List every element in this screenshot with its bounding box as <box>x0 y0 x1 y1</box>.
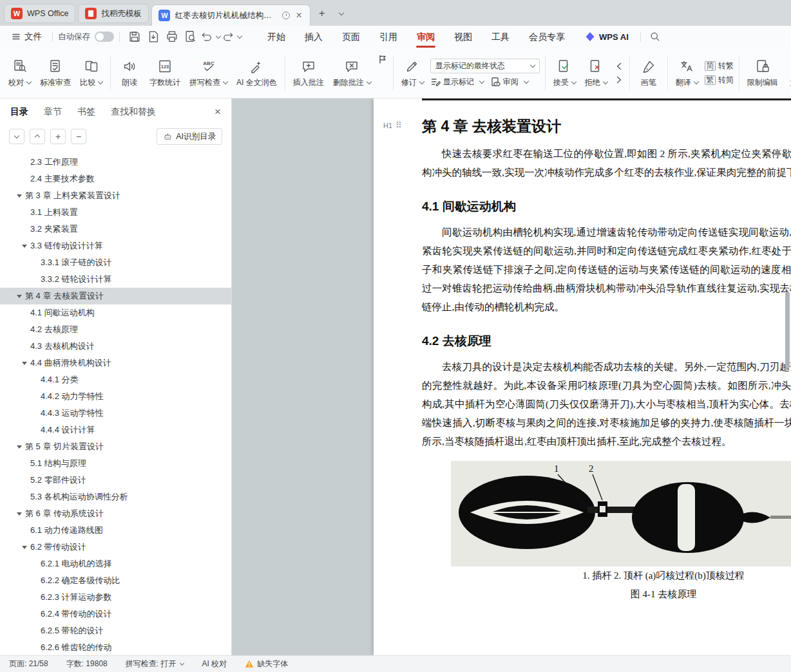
toc-item[interactable]: 6.2.2 确定各级传动比 <box>0 572 231 589</box>
review-pane-button[interactable]: 审阅 <box>490 77 528 88</box>
next-comment-button[interactable] <box>377 54 388 64</box>
collapse-triangle-icon[interactable] <box>22 355 30 371</box>
missing-font-warning[interactable]: 缺失字体 <box>245 658 288 669</box>
to-traditional-button[interactable]: 简转繁 <box>705 61 734 71</box>
collapse-triangle-icon[interactable] <box>17 288 25 304</box>
print-preview-button[interactable] <box>182 28 199 45</box>
sidebar-tab[interactable]: 目录 <box>10 106 28 118</box>
search-button[interactable] <box>647 28 664 45</box>
read-aloud-button[interactable]: 朗读 <box>114 48 145 98</box>
accept-button[interactable]: 接受 <box>549 48 580 98</box>
collapse-triangle-icon[interactable] <box>22 238 30 254</box>
file-menu-button[interactable]: 文件 <box>6 28 47 45</box>
toc-item[interactable]: 4.3 去核机构设计 <box>0 338 231 355</box>
menu-tab[interactable]: 引用 <box>370 26 407 48</box>
menu-tab[interactable]: 开始 <box>258 26 295 48</box>
tab-list-button[interactable] <box>332 6 348 21</box>
wps-ai-button[interactable]: WPS AI <box>578 32 635 42</box>
toc-item[interactable]: 2.3 工作原理 <box>0 154 231 171</box>
zoom-out-toc-button[interactable]: − <box>71 129 86 144</box>
spell-check-button[interactable]: ABC 拼写检查 <box>185 48 232 98</box>
toc-item[interactable]: 4.1 间歇运动机构 <box>0 304 231 321</box>
toc-item[interactable]: 6.2.5 带轮的设计 <box>0 622 231 639</box>
toc-item[interactable]: 3.3.1 滚子链的设计 <box>0 254 231 271</box>
collapse-triangle-icon[interactable] <box>17 505 25 522</box>
toc-item[interactable]: 4.2 去核原理 <box>0 321 231 338</box>
menu-tab[interactable]: 审阅 <box>407 26 444 48</box>
toc-item[interactable]: 第 4 章 去核装置设计 <box>0 288 231 304</box>
reject-button[interactable]: 拒绝 <box>580 48 612 98</box>
ai-identify-toc-button[interactable]: AI识别目录 <box>157 128 222 145</box>
translate-button[interactable]: 翻译 <box>671 48 703 98</box>
document-page[interactable]: H1 ⠿ 第 4 章 去核装置设计 快速去核要求红枣在输送工位的停歇位置,即如图… <box>374 98 791 655</box>
track-changes-button[interactable]: 修订 <box>397 48 428 98</box>
menu-tab[interactable]: 视图 <box>444 26 482 48</box>
collapse-triangle-icon[interactable] <box>17 187 25 204</box>
toc-item[interactable]: 3.3.2 链轮设计计算 <box>0 271 231 288</box>
toc-item[interactable]: 第 6 章 传动系统设计 <box>0 505 231 522</box>
toc-item[interactable]: 3.3 链传动设计计算 <box>0 238 231 254</box>
collapse-triangle-icon[interactable] <box>22 539 30 555</box>
toc-item[interactable]: 4.4.4 设计计算 <box>0 422 231 438</box>
toc-item[interactable]: 3.2 夹紧装置 <box>0 221 231 238</box>
show-markup-button[interactable]: 显示标记 <box>430 77 484 88</box>
collapse-triangle-icon[interactable] <box>17 438 25 455</box>
menu-tab[interactable]: 页面 <box>332 26 370 48</box>
word-count-status[interactable]: 字数: 19808 <box>66 658 108 669</box>
toc-item[interactable]: 第 5 章 切片装置设计 <box>0 438 231 455</box>
export-pdf-button[interactable] <box>144 28 162 45</box>
ai-polish-button[interactable]: AI 全文润色 <box>232 48 281 98</box>
menu-tab[interactable]: 工具 <box>482 26 519 48</box>
markup-state-select[interactable]: 显示标记的最终状态 <box>430 59 540 73</box>
next-revision-button[interactable] <box>614 75 624 85</box>
proofread-button[interactable]: 校对 <box>4 48 35 98</box>
toc-item[interactable]: 2.4 主要技术参数 <box>0 171 231 187</box>
ink-pen-button[interactable]: 画笔 <box>633 48 664 98</box>
toc-item[interactable]: 5.1 结构与原理 <box>0 455 231 472</box>
new-tab-button[interactable]: + <box>314 6 330 21</box>
sidebar-tab[interactable]: 书签 <box>77 106 95 118</box>
menu-tab[interactable]: 插入 <box>295 26 332 48</box>
sidebar-tab[interactable]: 章节 <box>44 106 62 118</box>
autosave-toggle[interactable] <box>95 32 114 42</box>
redo-button[interactable] <box>222 30 242 43</box>
spellcheck-status[interactable]: 拼写检查: 打开 <box>126 658 184 669</box>
compare-button[interactable]: 比较 <box>75 48 107 98</box>
toc-item[interactable]: 6.2 带传动设计 <box>0 539 231 555</box>
heading-drag-handle[interactable]: H1 ⠿ <box>383 120 402 130</box>
print-button[interactable] <box>163 28 180 45</box>
sidebar-tab[interactable]: 查找和替换 <box>111 106 156 118</box>
text-tools-button[interactable]: 文 文字 <box>783 48 791 98</box>
toc-item[interactable]: 第 3 章 上料夹紧装置设计 <box>0 187 231 204</box>
previous-revision-button[interactable] <box>614 61 624 71</box>
delete-comment-button[interactable]: 删除批注 <box>329 48 376 98</box>
to-simplified-button[interactable]: 繁转简 <box>705 75 734 86</box>
toc-item[interactable]: 6.2.1 电动机的选择 <box>0 555 231 572</box>
toc-item[interactable]: 3.1 上料装置 <box>0 204 231 221</box>
word-count-button[interactable]: 123 字数统计 <box>145 48 185 98</box>
toc-item[interactable]: 6.1 动力传递路线图 <box>0 522 231 539</box>
toc-item[interactable]: 6.2.3 计算运动参数 <box>0 589 231 606</box>
toc-item[interactable]: 4.4.3 运动学特性 <box>0 405 231 422</box>
scrollbar-thumb[interactable] <box>785 292 790 369</box>
standard-review-button[interactable]: 标准审查 <box>35 48 75 98</box>
toc-item[interactable]: 5.2 零部件设计 <box>0 472 231 489</box>
page-indicator[interactable]: 页面: 21/58 <box>9 658 48 669</box>
window-tab[interactable]: WPS Office <box>4 4 75 23</box>
close-tab-icon[interactable]: × <box>294 10 303 21</box>
window-tab[interactable]: 找稻壳模板 <box>78 4 149 23</box>
undo-button[interactable] <box>200 30 220 43</box>
collapse-all-button[interactable] <box>30 129 45 144</box>
ai-proofread-status-button[interactable]: AI 校对 <box>202 658 227 669</box>
restrict-editing-button[interactable]: 限制编辑 <box>743 48 783 98</box>
close-sidebar-icon[interactable]: × <box>214 106 221 118</box>
toc-item[interactable]: 4.4 曲柄滑块机构设计 <box>0 355 231 371</box>
insert-comment-button[interactable]: 插入批注 <box>289 48 329 98</box>
window-tab[interactable]: 红枣去核切片机机械结构设计× <box>151 5 310 26</box>
toc-item[interactable]: 4.4.1 分类 <box>0 371 231 388</box>
toc-item[interactable]: 5.3 各机构运动协调性分析 <box>0 489 231 505</box>
toc-item[interactable]: 6.2.4 带传动的设计 <box>0 606 231 622</box>
toc-item[interactable]: 4.4.2 动力学特性 <box>0 388 231 405</box>
expand-all-button[interactable] <box>9 129 24 144</box>
zoom-in-toc-button[interactable]: + <box>50 129 66 144</box>
